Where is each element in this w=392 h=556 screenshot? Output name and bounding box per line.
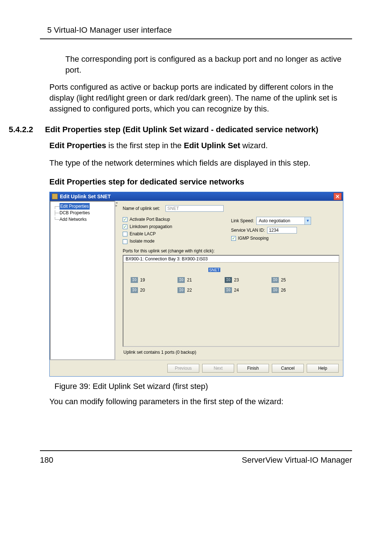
enable-lacp-checkbox[interactable]: Enable LACP	[123, 231, 231, 236]
link-speed-label: Link Speed:	[231, 218, 254, 223]
linkdown-propagation-checkbox[interactable]: Linkdown propagation	[123, 224, 231, 229]
tree-item-edit-properties[interactable]: Edit Properties	[60, 203, 90, 210]
chevron-down-icon: ▼	[305, 217, 311, 224]
page-footer: 180 ServerView Virtual-IO Manager	[40, 450, 352, 465]
checkbox-icon	[123, 239, 127, 244]
close-icon[interactable]: ✕	[334, 193, 342, 200]
tree-item-dcb-properties[interactable]: DCB Properties	[60, 210, 90, 215]
igmp-snooping-label: IGMP Snooping	[238, 236, 269, 241]
port-22[interactable]: IO22	[177, 287, 192, 293]
port-io-icon: IO	[177, 277, 185, 283]
port-io-icon: IO	[225, 277, 232, 283]
checkbox-icon	[123, 232, 127, 236]
window-titlebar: Edit Uplink Set SNET ✕	[50, 192, 343, 201]
tree-connector: ├─	[53, 210, 60, 215]
service-vlan-input[interactable]: 1234	[267, 227, 297, 234]
linkdown-propagation-label: Linkdown propagation	[130, 224, 172, 229]
wizard-footer: Previous Next Finish Cancel Help	[50, 360, 343, 376]
port-25[interactable]: IO25	[271, 277, 286, 283]
port-19[interactable]: IO19	[131, 277, 145, 283]
link-speed-value: Auto negotiation	[257, 217, 305, 224]
checkbox-icon	[123, 217, 127, 222]
para-type-determines: The type of the network determines which…	[49, 158, 352, 169]
wizard-steps-tree: ┌─Edit Properties ├─DCB Properties └─Add…	[50, 201, 115, 360]
splitter[interactable]: ◄►	[115, 201, 118, 360]
para-backup-port: The corresponding port is configured as …	[40, 54, 352, 75]
ports-panel: BX900-1: Connection Bay 3: BX900-1\S03 S…	[123, 255, 339, 347]
txt-tail: wizard.	[240, 141, 268, 150]
checkbox-icon	[231, 236, 236, 241]
port-21[interactable]: IO21	[177, 277, 192, 283]
previous-button[interactable]: Previous	[167, 364, 199, 373]
port-23[interactable]: IO23	[225, 277, 239, 283]
page-number: 180	[40, 455, 53, 465]
link-speed-combo[interactable]: Auto negotiation ▼	[256, 217, 311, 225]
port-io-icon: IO	[271, 277, 279, 283]
uplink-count-label: Uplink set contains 1 ports (0 backup)	[123, 347, 339, 357]
service-vlan-label: Service VLAN ID:	[231, 228, 265, 233]
activate-port-backup-label: Activate Port Backup	[130, 217, 170, 222]
isolate-mode-label: Isolate mode	[130, 239, 155, 244]
para-first-step: Edit Properties is the first step in the…	[49, 140, 352, 151]
tree-item-add-networks[interactable]: Add Networks	[60, 217, 87, 222]
wizard-main-panel: Name of uplink set: SNET Activate Port B…	[118, 201, 343, 360]
sub-heading-edit-props-dedicated: Edit Properties step for dedicated servi…	[49, 177, 352, 187]
window-title: Edit Uplink Set SNET	[60, 194, 111, 199]
uplink-name-label: Name of uplink set:	[123, 206, 166, 211]
figure-caption: Figure 39: Edit Uplink Set wizard (first…	[54, 382, 352, 391]
port-26[interactable]: IO26	[271, 287, 286, 293]
section-number: 5.4.2.2	[4, 125, 45, 134]
product-name: ServerView Virtual-IO Manager	[242, 455, 352, 465]
port-io-icon: IO	[225, 287, 232, 293]
port-io-icon: IO	[131, 287, 138, 293]
tree-connector: └─	[53, 217, 60, 222]
snet-badge: SNET	[208, 268, 220, 272]
chapter-header: 5 Virtual-IO Manager user interface	[40, 22, 352, 39]
edit-properties-bold: Edit Properties	[49, 141, 106, 150]
igmp-snooping-checkbox[interactable]: IGMP Snooping	[231, 236, 340, 241]
port-io-icon: IO	[131, 277, 138, 283]
wizard-window: Edit Uplink Set SNET ✕ ┌─Edit Properties…	[49, 192, 343, 377]
ports-label: Ports for this uplink set (change with r…	[123, 248, 339, 253]
para-modify-following: You can modify following parameters in t…	[49, 396, 352, 407]
txt-mid: is the first step in the	[106, 141, 184, 150]
tree-connector: ┌─	[53, 204, 60, 209]
finish-button[interactable]: Finish	[237, 364, 269, 373]
port-24[interactable]: IO24	[225, 287, 239, 293]
uplink-name-input[interactable]: SNET	[166, 205, 224, 212]
port-io-icon: IO	[177, 287, 185, 293]
ports-connection-tab[interactable]: BX900-1: Connection Bay 3: BX900-1\S03	[123, 256, 339, 263]
port-20[interactable]: IO20	[131, 287, 145, 293]
para-ports-colors: Ports configured as active or backup por…	[40, 82, 352, 114]
activate-port-backup-checkbox[interactable]: Activate Port Backup	[123, 217, 231, 222]
section-title: Edit Properties step (Edit Uplink Set wi…	[45, 124, 352, 135]
isolate-mode-checkbox[interactable]: Isolate mode	[123, 239, 231, 244]
app-icon	[52, 194, 58, 199]
checkbox-icon	[123, 224, 127, 229]
edit-uplink-bold: Edit Uplink Set	[184, 141, 240, 150]
help-button[interactable]: Help	[307, 364, 339, 373]
next-button[interactable]: Next	[202, 364, 234, 373]
port-io-icon: IO	[271, 287, 279, 293]
enable-lacp-label: Enable LACP	[130, 231, 156, 236]
cancel-button[interactable]: Cancel	[272, 364, 304, 373]
